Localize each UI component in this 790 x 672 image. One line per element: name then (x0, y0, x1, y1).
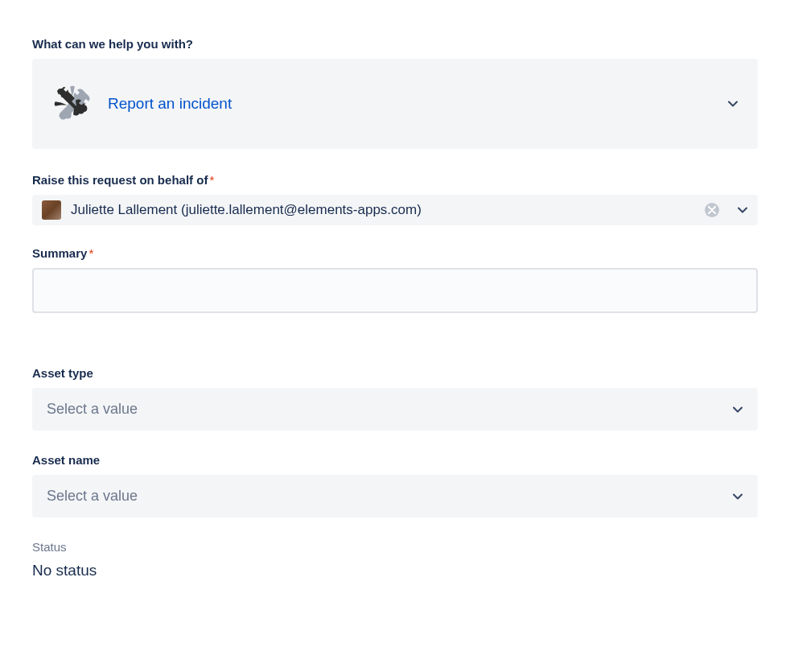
required-mark: * (88, 246, 93, 260)
asset-type-placeholder: Select a value (47, 401, 732, 418)
summary-input[interactable] (32, 268, 758, 313)
behalf-label: Raise this request on behalf of* (32, 173, 758, 187)
chevron-down-icon (727, 98, 739, 109)
asset-name-placeholder: Select a value (47, 488, 732, 505)
chevron-down-icon (732, 491, 743, 502)
asset-name-select[interactable]: Select a value (32, 475, 758, 517)
status-value: No status (32, 562, 758, 579)
help-prompt-label: What can we help you with? (32, 37, 758, 51)
asset-name-label: Asset name (32, 453, 758, 467)
required-mark: * (209, 173, 214, 187)
clear-icon[interactable] (705, 203, 719, 217)
chevron-down-icon (737, 204, 748, 216)
avatar (42, 200, 61, 220)
request-type-selector[interactable]: Report an incident (32, 59, 758, 149)
status-label: Status (32, 540, 758, 554)
asset-type-select[interactable]: Select a value (32, 388, 758, 431)
behalf-user-select[interactable]: Juliette Lallement (juliette.lallement@e… (32, 195, 758, 225)
summary-label: Summary* (32, 246, 758, 260)
wrench-icon (51, 83, 93, 125)
behalf-user-name: Juliette Lallement (juliette.lallement@e… (71, 202, 695, 218)
request-type-label: Report an incident (108, 95, 713, 113)
chevron-down-icon (732, 404, 743, 415)
asset-type-label: Asset type (32, 366, 758, 380)
